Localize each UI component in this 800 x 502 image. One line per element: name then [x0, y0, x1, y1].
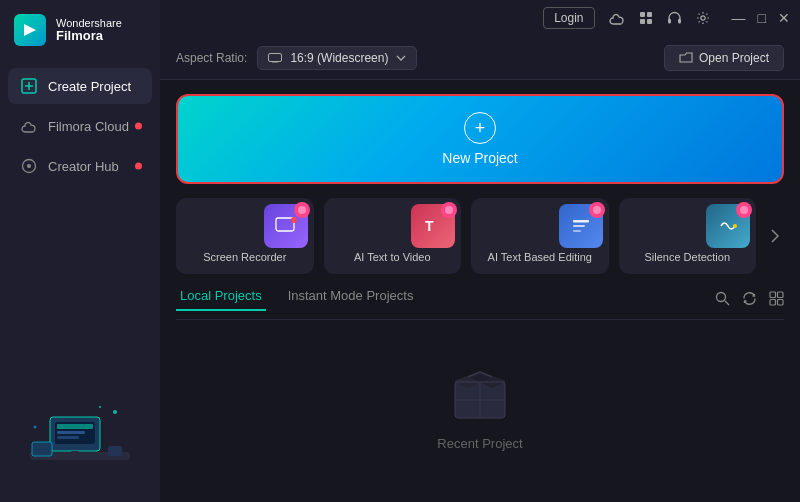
svg-point-19 [34, 426, 37, 429]
svg-rect-41 [770, 299, 776, 305]
svg-rect-12 [57, 436, 79, 439]
svg-rect-28 [269, 53, 282, 61]
window-controls: — □ ✕ [732, 10, 790, 26]
tab-instant-mode[interactable]: Instant Mode Projects [284, 288, 418, 311]
feature-card-screen-recorder[interactable]: Screen Recorder [176, 198, 314, 274]
open-project-button[interactable]: Open Project [664, 45, 784, 71]
grid-icon[interactable] [639, 11, 653, 25]
chevron-down-icon [396, 55, 406, 61]
notification-dot [135, 163, 142, 170]
svg-rect-25 [668, 19, 671, 24]
empty-label: Recent Project [437, 436, 522, 451]
brand-bottom: Filmora [56, 29, 122, 43]
new-project-inner: + New Project [442, 112, 517, 166]
sidebar-item-label: Creator Hub [48, 159, 119, 174]
badge-icon [441, 202, 457, 218]
feature-cards-next-button[interactable] [766, 198, 784, 274]
svg-rect-21 [640, 12, 645, 17]
plus-icon: + [464, 112, 496, 144]
svg-line-38 [725, 301, 729, 305]
sidebar-item-create-project[interactable]: Create Project [8, 68, 152, 104]
svg-marker-0 [24, 24, 36, 36]
svg-point-5 [27, 164, 31, 168]
cloud-icon[interactable] [609, 11, 625, 25]
svg-point-27 [700, 16, 704, 20]
svg-point-31 [291, 217, 297, 223]
svg-rect-10 [57, 424, 93, 429]
badge-icon [589, 202, 605, 218]
svg-text:T: T [425, 218, 434, 234]
aspect-value: 16:9 (Widescreen) [290, 51, 388, 65]
svg-point-37 [717, 292, 726, 301]
open-project-label: Open Project [699, 51, 769, 65]
minimize-button[interactable]: — [732, 10, 746, 26]
cloud-nav-icon [20, 117, 38, 135]
app-logo: Wondershare Filmora [0, 0, 160, 60]
new-project-label: New Project [442, 150, 517, 166]
search-icon[interactable] [715, 291, 730, 309]
svg-rect-14 [64, 457, 86, 460]
create-project-icon [20, 77, 38, 95]
main-content: Login — □ ✕ Aspect Ratio: 16:9 (Widescre… [160, 0, 800, 502]
folder-icon [679, 52, 693, 64]
sidebar: Wondershare Filmora Create Project Fi [0, 0, 160, 502]
logo-icon [14, 14, 46, 46]
svg-rect-11 [57, 431, 85, 434]
svg-rect-35 [573, 230, 581, 232]
tab-actions [715, 291, 784, 309]
toolbar: Aspect Ratio: 16:9 (Widescreen) Open Pro… [160, 36, 800, 80]
sidebar-item-label: Create Project [48, 79, 131, 94]
new-project-banner[interactable]: + New Project [176, 94, 784, 184]
feature-card-label: AI Text Based Editing [484, 250, 596, 264]
badge-icon [736, 202, 752, 218]
badge-icon [294, 202, 310, 218]
feature-card-label: Screen Recorder [199, 250, 290, 264]
sidebar-item-creator-hub[interactable]: Creator Hub [8, 148, 152, 184]
close-button[interactable]: ✕ [778, 10, 790, 26]
aspect-ratio-label: Aspect Ratio: [176, 51, 247, 65]
feature-card-silence-detection[interactable]: Silence Detection [619, 198, 757, 274]
svg-point-20 [99, 406, 101, 408]
logo-text: Wondershare Filmora [56, 17, 122, 43]
svg-rect-23 [640, 19, 645, 24]
empty-state: Recent Project [176, 334, 784, 490]
svg-rect-24 [647, 19, 652, 24]
creator-hub-icon [20, 157, 38, 175]
sidebar-illustration [0, 382, 160, 502]
content-area: + New Project Screen Recorder T AI Text … [160, 80, 800, 502]
svg-point-18 [113, 410, 117, 414]
projects-section: Local Projects Instant Mode Projects [176, 288, 784, 490]
settings-icon[interactable] [696, 11, 710, 25]
sidebar-nav: Create Project Filmora Cloud Creator Hub [0, 60, 160, 192]
feature-card-label: AI Text to Video [350, 250, 435, 264]
notification-dot [135, 123, 142, 130]
feature-card-ai-text-editing[interactable]: AI Text Based Editing [471, 198, 609, 274]
projects-tabs: Local Projects Instant Mode Projects [176, 288, 784, 320]
sidebar-item-filmora-cloud[interactable]: Filmora Cloud [8, 108, 152, 144]
svg-rect-33 [573, 220, 589, 223]
svg-rect-13 [71, 451, 79, 457]
monitor-icon [268, 53, 282, 63]
refresh-icon[interactable] [742, 291, 757, 309]
svg-point-36 [733, 224, 737, 228]
login-button[interactable]: Login [543, 7, 594, 29]
maximize-button[interactable]: □ [758, 10, 766, 26]
svg-rect-17 [108, 446, 122, 456]
aspect-ratio-select[interactable]: 16:9 (Widescreen) [257, 46, 417, 70]
svg-rect-34 [573, 225, 585, 227]
svg-rect-39 [770, 292, 776, 298]
sidebar-item-label: Filmora Cloud [48, 119, 129, 134]
empty-box-icon [440, 354, 520, 424]
svg-rect-42 [778, 299, 784, 305]
headphone-icon[interactable] [667, 11, 682, 25]
feature-cards-row: Screen Recorder T AI Text to Video AI Te… [176, 198, 784, 274]
titlebar: Login — □ ✕ [160, 0, 800, 36]
feature-card-label: Silence Detection [640, 250, 734, 264]
svg-rect-22 [647, 12, 652, 17]
feature-card-ai-text-to-video[interactable]: T AI Text to Video [324, 198, 462, 274]
svg-rect-40 [778, 292, 784, 298]
tab-local-projects[interactable]: Local Projects [176, 288, 266, 311]
layout-grid-icon[interactable] [769, 291, 784, 309]
svg-rect-15 [32, 442, 52, 456]
svg-rect-26 [678, 19, 681, 24]
